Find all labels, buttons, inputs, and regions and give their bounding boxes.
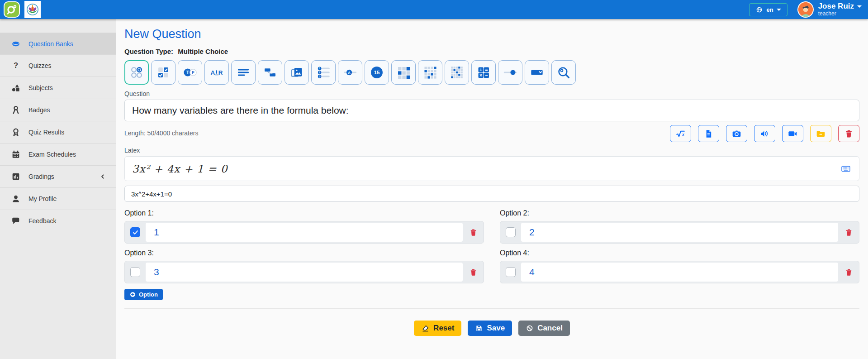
lotus-org-logo[interactable]	[24, 1, 41, 18]
svg-text:R: R	[218, 69, 223, 76]
speaker-icon	[759, 129, 770, 139]
type-grid5-button[interactable]	[445, 60, 469, 85]
text-blank-icon: AR	[209, 65, 224, 80]
math-operations-icon: +=×−	[476, 65, 491, 80]
option-value-input[interactable]	[146, 223, 463, 242]
sidebar-item-quiz-results[interactable]: Quiz Results	[0, 121, 116, 144]
chevron-down-icon	[857, 5, 862, 8]
type-fill-blank-button[interactable]: AR	[204, 60, 229, 85]
svg-text:−: −	[485, 72, 488, 78]
type-dropdown-button[interactable]	[525, 60, 549, 85]
insert-formula-button[interactable]: x	[670, 125, 691, 142]
type-hotspot-line-button[interactable]: A	[338, 60, 362, 85]
chevron-left-icon[interactable]	[99, 173, 106, 180]
attach-file-button[interactable]	[698, 125, 719, 142]
folder-icon	[816, 129, 826, 139]
floppy-disk-icon	[475, 324, 483, 332]
sidebar: Question Banks ? Quizzes Subjects Badges	[0, 19, 116, 359]
cancel-label: Cancel	[537, 324, 563, 333]
delete-option-button[interactable]	[463, 261, 484, 283]
dropdown-icon	[530, 65, 544, 80]
language-selector[interactable]: en	[749, 3, 787, 16]
language-code: en	[766, 6, 773, 13]
checkbox-group-icon	[156, 65, 171, 80]
reset-label: Reset	[433, 324, 454, 333]
svg-text:3: 3	[319, 75, 320, 78]
type-multi-answer-button[interactable]	[151, 60, 175, 85]
latex-label: Latex	[124, 147, 859, 154]
correct-answer-checkbox[interactable]	[506, 267, 516, 277]
open-library-button[interactable]	[810, 125, 831, 142]
delete-option-button[interactable]	[838, 261, 859, 283]
radio-group-icon	[129, 65, 144, 80]
sidebar-item-badges[interactable]: Badges	[0, 99, 116, 121]
option-block-4: Option 4:	[500, 244, 859, 283]
file-icon	[704, 129, 713, 139]
delete-question-button[interactable]	[838, 125, 859, 142]
type-image-button[interactable]	[285, 60, 309, 85]
type-numeric-button[interactable]: 15	[365, 60, 389, 85]
sidebar-item-gradings[interactable]: Gradings	[0, 166, 116, 188]
type-single-choice-button[interactable]	[124, 60, 149, 85]
type-grid4-button[interactable]	[418, 60, 442, 85]
option-value-input[interactable]	[521, 263, 838, 282]
svg-text:15: 15	[374, 70, 380, 75]
option-value-input[interactable]	[146, 263, 463, 282]
main-content: New Question Question Type: Multiple Cho…	[116, 19, 868, 359]
type-zoom-search-button[interactable]	[551, 60, 576, 85]
divider	[124, 308, 859, 309]
sidebar-item-exam-schedules[interactable]: Exam Schedules	[0, 144, 116, 166]
question-type-line: Question Type: Multiple Choice	[124, 48, 859, 55]
sidebar-item-my-profile[interactable]: My Profile	[0, 188, 116, 210]
sidebar-item-quizzes[interactable]: ? Quizzes	[0, 55, 116, 77]
attach-video-button[interactable]	[782, 125, 803, 142]
latex-source-input[interactable]	[124, 186, 859, 202]
question-input[interactable]	[124, 100, 859, 121]
type-matching-button[interactable]	[258, 60, 282, 85]
add-option-label: Option	[139, 291, 158, 298]
chevron-down-icon	[777, 9, 781, 11]
sidebar-item-question-banks[interactable]: Question Banks	[0, 33, 116, 55]
correct-answer-checkbox[interactable]	[506, 227, 516, 237]
svg-text:A: A	[211, 69, 215, 76]
math-keyboard-button[interactable]	[839, 163, 853, 175]
type-essay-button[interactable]	[231, 60, 256, 85]
type-math-operations-button[interactable]: +=×−	[471, 60, 496, 85]
sidebar-item-feedback[interactable]: Feedback	[0, 210, 116, 232]
option-label: Option 4:	[500, 249, 859, 257]
slash-circle-icon	[526, 324, 534, 332]
attach-photo-button[interactable]	[726, 125, 747, 142]
medal-icon	[11, 127, 21, 137]
delete-option-button[interactable]	[463, 221, 484, 243]
sidebar-item-label: Gradings	[28, 173, 54, 180]
option-value-input[interactable]	[521, 223, 838, 242]
question-mark-icon: ?	[11, 61, 21, 71]
svg-text:+: +	[479, 67, 482, 72]
save-button[interactable]: Save	[468, 321, 512, 336]
svg-text:A: A	[348, 71, 351, 75]
sidebar-item-subjects[interactable]: Subjects	[0, 77, 116, 99]
quiz-app-logo[interactable]	[4, 1, 20, 18]
sidebar-item-label: Quiz Results	[28, 129, 64, 136]
add-option-button[interactable]: Option	[124, 289, 163, 300]
correct-answer-checkbox[interactable]	[130, 267, 140, 277]
user-menu[interactable]: Jose Ruiz teacher	[797, 1, 862, 18]
trash-icon	[844, 129, 854, 139]
grid-5x5-icon	[450, 65, 464, 80]
reset-button[interactable]: Reset	[414, 321, 461, 336]
svg-text:1: 1	[319, 67, 320, 70]
svg-text:=: =	[485, 67, 488, 72]
cancel-button[interactable]: Cancel	[518, 321, 570, 336]
type-grid3-button[interactable]	[391, 60, 416, 85]
delete-option-button[interactable]	[838, 221, 859, 243]
type-true-false-button[interactable]: TF	[178, 60, 202, 85]
attach-audio-button[interactable]	[754, 125, 775, 142]
length-info: Length: 50/4000 charaters	[124, 125, 198, 137]
ribbon-icon	[11, 105, 21, 115]
svg-text:?: ?	[14, 61, 18, 69]
type-ordering-button[interactable]: 123	[311, 60, 336, 85]
ordered-list-icon: 123	[316, 65, 331, 80]
type-slider-button[interactable]	[498, 60, 522, 85]
correct-answer-checkbox[interactable]	[130, 227, 140, 237]
trash-icon	[844, 268, 853, 277]
